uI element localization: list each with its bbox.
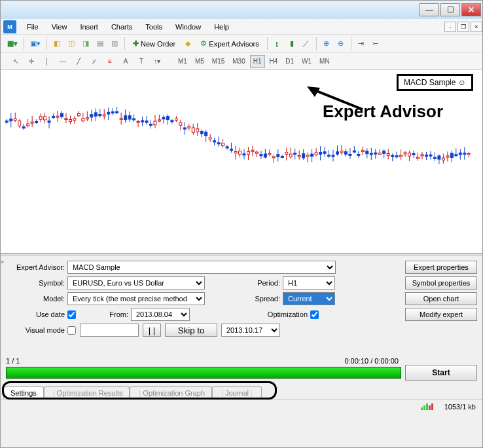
svg-rect-173 <box>370 153 372 155</box>
svg-rect-125 <box>268 153 271 155</box>
new-chart-icon[interactable]: ▦▾ <box>5 37 20 50</box>
svg-rect-159 <box>340 151 343 153</box>
skip-to-button[interactable]: Skip to <box>165 324 217 337</box>
svg-rect-147 <box>315 153 317 155</box>
horizontal-line-icon[interactable]: — <box>56 55 70 68</box>
chart-shift-icon[interactable]: ⤚ <box>369 37 382 50</box>
tf-w1[interactable]: W1 <box>298 55 315 68</box>
arrows-icon[interactable]: ↑▾ <box>150 55 164 68</box>
menubar: M File View Insert Charts Tools Window H… <box>1 19 482 35</box>
checkbox-use-date[interactable] <box>67 310 76 319</box>
tab-optimization-results[interactable]: |Optimization Results <box>44 386 130 399</box>
input-visual-slider[interactable] <box>80 324 139 337</box>
expert-advisors-button[interactable]: ⚙ Expert Advisors <box>196 37 263 50</box>
svg-rect-93 <box>200 131 203 134</box>
start-button[interactable]: Start <box>405 365 477 381</box>
svg-rect-111 <box>239 151 241 155</box>
profiles-icon[interactable]: ▣▾ <box>27 37 43 50</box>
svg-rect-19 <box>44 117 46 120</box>
svg-rect-97 <box>209 138 211 139</box>
tf-m5[interactable]: M5 <box>192 55 207 68</box>
menu-window[interactable]: Window <box>169 20 207 33</box>
mdi-restore-button[interactable]: ❐ <box>457 22 469 32</box>
tf-d1[interactable]: D1 <box>282 55 297 68</box>
maximize-button[interactable]: ☐ <box>440 3 460 16</box>
tf-mn[interactable]: MN <box>316 55 333 68</box>
svg-rect-201 <box>429 155 432 156</box>
svg-rect-179 <box>383 151 385 154</box>
app-icon: M <box>3 20 16 33</box>
label-spread: Spread: <box>205 295 280 303</box>
panel-close-icon[interactable]: × <box>1 259 7 265</box>
chart-type-bar-icon[interactable]: ⫿ <box>271 37 284 50</box>
market-watch-icon[interactable]: ◧ <box>50 37 63 50</box>
crosshair-icon[interactable]: ✛ <box>24 55 39 68</box>
zoom-in-icon[interactable]: ⊕ <box>320 37 333 50</box>
label-visual-mode: Visual mode <box>6 326 65 334</box>
strategy-tester-panel: × Expert Advisor: MACD Sample Expert pro… <box>1 256 482 383</box>
data-window-icon[interactable]: ◨ <box>79 37 92 50</box>
svg-rect-189 <box>404 153 406 154</box>
new-order-button[interactable]: ✚ New Order <box>128 37 180 50</box>
pause-button[interactable]: | | <box>143 324 161 337</box>
tab-settings[interactable]: Settings <box>3 386 44 399</box>
equidistant-icon[interactable]: ⫽ <box>87 55 101 68</box>
cursor-icon[interactable]: ↖ <box>9 55 23 68</box>
mdi-close-button[interactable]: × <box>471 22 482 32</box>
auto-scroll-icon[interactable]: ⇥ <box>355 37 368 50</box>
svg-rect-59 <box>128 116 131 119</box>
zoom-out-icon[interactable]: ⊖ <box>334 37 348 50</box>
text-label-icon[interactable]: T <box>134 55 149 68</box>
tab-optimization-graph[interactable]: |Optimization Graph <box>130 386 212 399</box>
tester-icon[interactable]: ▥ <box>108 37 121 50</box>
chart-area[interactable]: MACD Sample ☺ Expert Advisor <box>1 70 482 253</box>
svg-rect-27 <box>60 113 63 117</box>
fibo-icon[interactable]: ≡ <box>103 55 117 68</box>
modify-expert-button[interactable]: Modify expert <box>405 308 477 321</box>
menu-tools[interactable]: Tools <box>139 20 169 33</box>
vertical-line-icon[interactable]: │ <box>40 55 54 68</box>
select-model[interactable]: Every tick (the most precise method <box>67 292 205 305</box>
select-symbol[interactable]: EURUSD, Euro vs US Dollar <box>67 276 205 289</box>
metaeditor-icon[interactable]: ◆ <box>181 37 194 50</box>
svg-rect-219 <box>467 154 470 155</box>
svg-rect-109 <box>234 151 237 153</box>
tf-m1[interactable]: M1 <box>175 55 190 68</box>
tab-optimization-results-label: Optimization Results <box>57 389 123 397</box>
text-icon[interactable]: A <box>118 55 133 68</box>
select-spread[interactable]: Current <box>283 292 335 305</box>
menu-help[interactable]: Help <box>207 20 236 33</box>
svg-rect-121 <box>260 155 262 156</box>
terminal-icon[interactable]: ▤ <box>94 37 107 50</box>
tf-h1[interactable]: H1 <box>250 55 265 68</box>
select-from-date[interactable]: 2013.08.04 <box>131 308 190 321</box>
menu-file[interactable]: File <box>20 20 45 33</box>
select-period[interactable]: H1 <box>283 276 335 289</box>
navigator-icon[interactable]: ◫ <box>65 37 78 50</box>
minimize-button[interactable]: — <box>420 3 439 16</box>
tf-m30[interactable]: M30 <box>229 55 248 68</box>
checkbox-optimization[interactable] <box>310 310 319 319</box>
chart-type-line-icon[interactable]: ／ <box>300 37 313 50</box>
tf-m15[interactable]: M15 <box>209 55 228 68</box>
ea-badge: MACD Sample ☺ <box>397 74 473 91</box>
checkbox-visual-mode[interactable] <box>67 326 76 335</box>
chart-type-candle-icon[interactable]: ▮ <box>285 37 298 50</box>
select-expert-advisor[interactable]: MACD Sample <box>67 261 336 274</box>
select-to-date[interactable]: 2013.10.17 <box>221 324 280 337</box>
close-button[interactable]: ✕ <box>461 3 481 16</box>
svg-rect-11 <box>27 124 29 126</box>
menu-insert[interactable]: Insert <box>73 20 105 33</box>
symbol-properties-button[interactable]: Symbol properties <box>405 276 477 289</box>
expert-properties-button[interactable]: Expert properties <box>405 261 477 274</box>
svg-rect-119 <box>255 152 258 153</box>
label-symbol: Symbol: <box>6 279 65 287</box>
open-chart-button[interactable]: Open chart <box>405 292 477 305</box>
trendline-icon[interactable]: ╱ <box>71 55 86 68</box>
tf-h4[interactable]: H4 <box>266 55 281 68</box>
mdi-minimize-button[interactable]: - <box>444 22 456 32</box>
svg-rect-53 <box>116 111 118 113</box>
tab-journal[interactable]: |Journal| <box>212 386 262 399</box>
menu-charts[interactable]: Charts <box>105 20 139 33</box>
menu-view[interactable]: View <box>45 20 74 33</box>
